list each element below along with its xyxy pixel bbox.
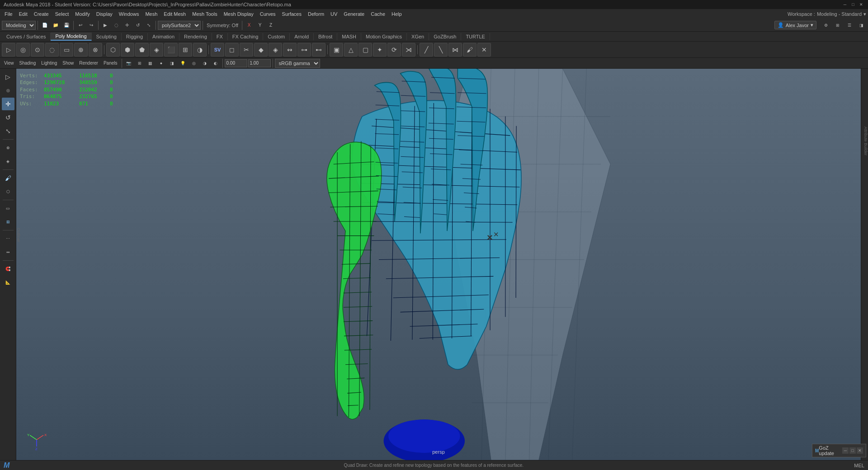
vp-btn-show[interactable]: Show <box>60 60 76 66</box>
rotate-tool-side[interactable]: ↺ <box>2 111 14 124</box>
menu-deform[interactable]: Deform <box>305 10 327 18</box>
sculpt-tool-side[interactable]: ⋯ <box>2 232 14 245</box>
menu-select[interactable]: Select <box>52 10 72 18</box>
menu-cache[interactable]: Cache <box>368 10 388 18</box>
vp-btn-panels[interactable]: Panels <box>101 60 120 66</box>
measure-tool-side[interactable]: 📐 <box>2 276 14 289</box>
surface-selector[interactable]: polySurface2 <box>158 21 201 30</box>
shelf-harden-edge[interactable]: ╱ <box>420 43 433 56</box>
shelf-select[interactable]: ▷ <box>2 43 15 56</box>
redo-button[interactable]: ↪ <box>86 20 96 30</box>
close-button[interactable]: ✕ <box>858 1 864 8</box>
tab-gozbrush[interactable]: GoZBrush <box>429 33 461 40</box>
save-button[interactable]: 💾 <box>61 20 71 30</box>
vp-aa-btn[interactable]: ◐ <box>211 58 221 68</box>
menu-modify[interactable]: Modify <box>72 10 92 18</box>
menu-mesh[interactable]: Mesh <box>142 10 160 18</box>
stamp-tool-side[interactable]: ⬡ <box>2 185 14 198</box>
menu-display[interactable]: Display <box>94 10 115 18</box>
tab-arnold[interactable]: Arnold <box>290 33 314 40</box>
menu-surfaces[interactable]: Surfaces <box>279 10 304 18</box>
settings-btn-4[interactable]: ◨ <box>856 20 866 30</box>
menu-help[interactable]: Help <box>389 10 405 18</box>
menu-edit[interactable]: Edit <box>16 10 30 18</box>
paint-select-side[interactable]: ◎ <box>2 84 14 97</box>
menu-curves[interactable]: Curves <box>257 10 278 18</box>
user-badge[interactable]: 👤 Alex Javor ▾ <box>774 21 816 29</box>
select-tool-side[interactable]: ▷ <box>2 70 14 83</box>
tab-rendering[interactable]: Rendering <box>179 33 212 40</box>
scale-tool-button[interactable]: ⤡ <box>144 20 154 30</box>
shelf-soften-edge[interactable]: ╲ <box>434 43 448 56</box>
goz-close-btn[interactable]: ✕ <box>857 447 863 454</box>
tab-animation[interactable]: Animation <box>148 33 179 40</box>
settings-btn-1[interactable]: ⚙ <box>821 20 831 30</box>
undo-button[interactable]: ↩ <box>75 20 85 30</box>
show-manipulator-side[interactable]: ⊕ <box>2 141 14 154</box>
shelf-ring[interactable]: ⊗ <box>89 43 102 56</box>
vp-btn-shading[interactable]: Shading <box>17 60 38 66</box>
menu-windows[interactable]: Windows <box>116 10 142 18</box>
shelf-combine[interactable]: ⬛ <box>164 43 178 56</box>
custom-side[interactable]: ◈ <box>2 155 14 168</box>
vp-cam-btn[interactable]: 📷 <box>124 58 134 68</box>
shelf-boolean[interactable]: ⊞ <box>179 43 192 56</box>
viewport-3d[interactable]: Verts: 433345 116518 0 Edges: 1290728 34… <box>16 69 861 460</box>
shelf-delete-edge[interactable]: ✕ <box>477 43 491 56</box>
settings-btn-2[interactable]: ⊞ <box>833 20 843 30</box>
shelf-paint-crease[interactable]: 🖌 <box>463 43 476 56</box>
vp-input-far[interactable] <box>248 59 271 67</box>
snap-tool-side[interactable]: 🧲 <box>2 263 14 275</box>
vp-shadow-btn[interactable]: ◎ <box>189 58 199 68</box>
vp-input-near[interactable] <box>225 59 247 67</box>
shelf-multi-cut[interactable]: ✂ <box>240 43 253 56</box>
goz-minimize-btn[interactable]: ─ <box>842 447 849 454</box>
shelf-append[interactable]: ◻ <box>225 43 239 56</box>
tab-sculpting[interactable]: Sculpting <box>92 33 122 40</box>
x-axis-btn[interactable]: X <box>244 20 254 30</box>
menu-create[interactable]: Create <box>31 10 52 18</box>
shelf-slide-edge[interactable]: ◈ <box>269 43 282 56</box>
shelf-crease[interactable]: ⋊ <box>402 43 415 56</box>
maximize-button[interactable]: □ <box>850 1 856 8</box>
minimize-button[interactable]: ─ <box>842 1 848 8</box>
vp-wire-btn[interactable]: ▦ <box>146 58 156 68</box>
shelf-symmetrize[interactable]: ⊶ <box>297 43 311 56</box>
shelf-lasso[interactable]: ◌ <box>45 43 59 56</box>
vp-shade-btn[interactable]: ● <box>156 58 166 68</box>
shelf-normals[interactable]: ⟳ <box>387 43 401 56</box>
shelf-paint-select[interactable]: ◎ <box>16 43 30 56</box>
shelf-relax[interactable]: ↭ <box>283 43 297 56</box>
scale-tool-side[interactable]: ⤡ <box>2 125 14 137</box>
tab-rigging[interactable]: Rigging <box>122 33 148 40</box>
workspace-dropdown-icon[interactable]: ▾ <box>863 11 866 17</box>
shelf-bevel[interactable]: ◈ <box>150 43 163 56</box>
lasso-tool-button[interactable]: ◌ <box>111 20 121 30</box>
settings-btn-3[interactable]: ☰ <box>844 20 854 30</box>
y-axis-btn[interactable]: Y <box>255 20 265 30</box>
shelf-extrude[interactable]: ⬡ <box>106 43 120 56</box>
goz-maximize-btn[interactable]: □ <box>849 447 856 454</box>
paint-tool-side[interactable]: 🖌 <box>2 172 14 184</box>
menu-file[interactable]: File <box>2 10 15 18</box>
goz-update-popup[interactable]: M GoZ update ─ □ ✕ <box>812 444 866 457</box>
vp-gamma-selector[interactable]: sRGB gamma <box>275 59 320 68</box>
region-select-side[interactable]: ▭ <box>2 202 14 215</box>
shelf-quadrangulate[interactable]: ▢ <box>359 43 372 56</box>
shelf-smooth[interactable]: ◑ <box>193 43 207 56</box>
move-tool-side[interactable]: ✛ <box>2 98 14 110</box>
vp-light-btn[interactable]: 💡 <box>178 58 188 68</box>
shelf-bridge[interactable]: ⬢ <box>121 43 134 56</box>
shelf-fill-hole[interactable]: ▣ <box>330 43 343 56</box>
tab-turtle[interactable]: TURTLE <box>461 33 490 40</box>
shelf-marquee[interactable]: ▭ <box>60 43 73 56</box>
menu-edit-mesh[interactable]: Edit Mesh <box>161 10 189 18</box>
open-button[interactable]: 📁 <box>51 20 61 30</box>
vp-btn-lighting[interactable]: Lighting <box>39 60 59 66</box>
shelf-soft-select[interactable]: ⊙ <box>31 43 44 56</box>
tab-bifrost[interactable]: Bifrost <box>314 33 337 40</box>
new-scene-button[interactable]: 📄 <box>40 20 50 30</box>
tab-fx-caching[interactable]: FX Caching <box>228 33 263 40</box>
modeling-mode-selector[interactable]: Modeling <box>2 21 36 30</box>
tab-curves-surfaces[interactable]: Curves / Surfaces <box>2 33 51 40</box>
